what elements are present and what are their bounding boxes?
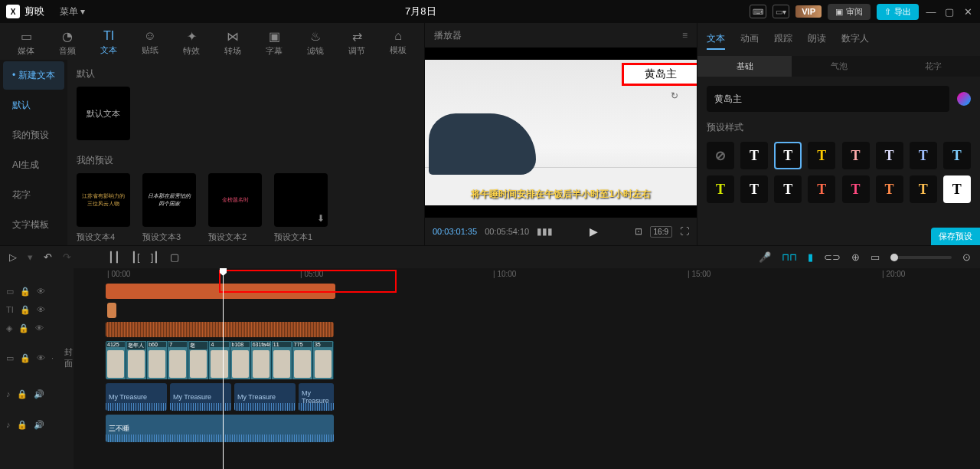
asset-tab-转场[interactable]: ⋈转场 bbox=[213, 26, 253, 60]
asset-tab-文本[interactable]: TI文本 bbox=[89, 26, 129, 60]
asset-tab-媒体[interactable]: ▭媒体 bbox=[6, 26, 46, 60]
vip-badge[interactable]: VIP bbox=[795, 5, 822, 18]
asset-tab-模板[interactable]: ⌂模板 bbox=[378, 26, 418, 60]
save-preset-button[interactable]: 保存预设 bbox=[931, 228, 980, 245]
inspector-tab-朗读[interactable]: 朗读 bbox=[808, 29, 826, 50]
asset-tab-贴纸[interactable]: ☺贴纸 bbox=[130, 26, 170, 60]
asset-tab-音频[interactable]: ◔音频 bbox=[47, 26, 87, 60]
crop-tool[interactable]: ▢ bbox=[170, 251, 179, 263]
preset-thumb[interactable]: ⬇ bbox=[274, 173, 328, 227]
preset-thumb[interactable]: 金榜题名时 bbox=[208, 173, 262, 227]
style-preset[interactable]: T bbox=[876, 142, 903, 169]
subtitle-clip[interactable] bbox=[106, 322, 334, 337]
sidebar-item[interactable]: 花字 bbox=[3, 181, 64, 209]
audio-clip-3[interactable]: My Treasure bbox=[234, 383, 296, 411]
aspect-ratio[interactable]: 16:9 bbox=[650, 226, 672, 238]
focus-icon[interactable]: ⊡ bbox=[635, 226, 642, 237]
audio-clip-2[interactable]: My Treasure bbox=[170, 383, 231, 411]
close-button[interactable]: ✕ bbox=[962, 6, 974, 18]
sub-tab-基础[interactable]: 基础 bbox=[697, 56, 792, 77]
default-text-card[interactable]: 默认文本 bbox=[77, 87, 130, 140]
sidebar-item[interactable]: 我的预设 bbox=[3, 121, 64, 149]
sub-tab-气泡[interactable]: 气泡 bbox=[792, 56, 886, 77]
inspector-tab-数字人[interactable]: 数字人 bbox=[841, 29, 869, 50]
redo-button[interactable]: ↷ bbox=[63, 251, 71, 263]
style-preset[interactable]: T bbox=[910, 142, 937, 169]
style-preset[interactable]: ⊘ bbox=[707, 142, 734, 169]
mic-icon[interactable]: 🎤 bbox=[759, 251, 771, 263]
style-preset[interactable]: T bbox=[808, 142, 835, 169]
align-icon[interactable]: ⊕ bbox=[851, 251, 860, 263]
track-head-text2[interactable]: TI🔒👁 bbox=[0, 300, 74, 319]
style-preset[interactable]: T bbox=[774, 175, 802, 203]
sub-tab-花字[interactable]: 花字 bbox=[886, 56, 980, 77]
timeline-ruler[interactable]: | 00:00| 05:00| 10:00| 15:00| 20:00 bbox=[74, 268, 980, 282]
sidebar-item[interactable]: 文字模板 bbox=[3, 211, 64, 239]
style-preset[interactable]: T bbox=[943, 175, 971, 203]
preview-cut-icon[interactable]: ⊂⊃ bbox=[824, 251, 841, 263]
style-preset[interactable]: T bbox=[910, 175, 937, 203]
trim-left-tool[interactable]: ┃[ bbox=[131, 251, 140, 263]
fullscreen-icon[interactable]: ⛶ bbox=[680, 226, 689, 237]
text-content-input[interactable] bbox=[707, 86, 949, 112]
track-head-text1[interactable]: ▭🔒👁 bbox=[0, 282, 74, 300]
select-tool[interactable]: ▷ bbox=[9, 251, 17, 263]
preset-thumb[interactable]: 江苏省有影响力的三位风云人物 bbox=[77, 173, 130, 227]
timeline-tracks[interactable]: | 00:00| 05:00| 10:00| 15:00| 20:00 4125… bbox=[74, 268, 980, 469]
sidebar-item[interactable]: • 新建文本 bbox=[3, 61, 64, 90]
audio-clip-bg[interactable]: 三不睡 bbox=[106, 415, 334, 442]
magnet-icon[interactable]: ⊓⊓ bbox=[782, 251, 797, 263]
asset-tab-特效[interactable]: ✦特效 bbox=[172, 26, 211, 60]
track-head-wave[interactable]: ◈🔒👁 bbox=[0, 319, 74, 337]
link-icon[interactable]: ▮ bbox=[808, 251, 813, 263]
preset-thumb[interactable]: 日本那在最害怕的四个国家 bbox=[142, 173, 196, 227]
text-overlay[interactable]: 黄岛主 bbox=[622, 63, 697, 86]
style-preset[interactable]: T bbox=[808, 175, 835, 203]
asset-tab-滤镜[interactable]: ♨滤镜 bbox=[296, 26, 335, 60]
inspector-tab-文本[interactable]: 文本 bbox=[707, 29, 725, 50]
screen-icon[interactable]: ▭ bbox=[871, 251, 880, 263]
menu-button[interactable]: 菜单 ▾ bbox=[54, 4, 91, 20]
track-head-video[interactable]: ▭🔒👁·封面 bbox=[0, 337, 74, 379]
playhead[interactable] bbox=[223, 268, 224, 469]
export-button[interactable]: ⇧导出 bbox=[877, 4, 919, 20]
split-tool[interactable]: ┃┃ bbox=[108, 251, 120, 263]
preview-menu-icon[interactable]: ≡ bbox=[682, 30, 688, 41]
sidebar-item[interactable]: 识别歌词 bbox=[3, 241, 64, 245]
inspector-tab-动画[interactable]: 动画 bbox=[740, 29, 759, 50]
style-preset[interactable]: T bbox=[842, 175, 870, 203]
style-preset[interactable]: T bbox=[842, 142, 870, 169]
audio-clip-1[interactable]: My Treasure bbox=[106, 383, 167, 411]
sidebar-item[interactable]: AI生成 bbox=[3, 151, 64, 179]
style-preset[interactable]: T bbox=[774, 142, 802, 169]
style-preset[interactable]: T bbox=[740, 142, 768, 169]
video-clip[interactable]: 4125老年人b607老4b108631fa481177535 bbox=[106, 341, 334, 379]
refresh-icon[interactable]: ↻ bbox=[671, 90, 678, 101]
text-clip-small[interactable] bbox=[107, 303, 116, 318]
fit-timeline-icon[interactable]: ⊙ bbox=[962, 251, 971, 263]
review-button[interactable]: ▣审阅 bbox=[828, 4, 871, 20]
trim-right-tool[interactable]: ]┃ bbox=[151, 251, 160, 263]
inspector-tab-跟踪[interactable]: 跟踪 bbox=[774, 29, 792, 50]
sidebar-item[interactable]: 默认 bbox=[3, 91, 64, 120]
preview-viewport[interactable]: 黄岛主 ↻ 将午睡时间安排在午饭后半小时至1小时左右 bbox=[425, 48, 697, 218]
audio-clip-4[interactable]: My Treasure bbox=[299, 383, 334, 411]
color-picker-icon[interactable] bbox=[957, 92, 971, 106]
tool-dropdown-icon[interactable]: ▾ bbox=[28, 251, 33, 263]
play-button[interactable]: ▶ bbox=[590, 225, 598, 238]
asset-tab-调节[interactable]: ⇄调节 bbox=[337, 26, 377, 60]
style-preset[interactable]: T bbox=[740, 175, 768, 203]
maximize-button[interactable]: ▢ bbox=[943, 6, 956, 18]
keyboard-icon[interactable]: ⌨ bbox=[750, 5, 766, 18]
volume-bars-icon[interactable]: ▮▮▮ bbox=[537, 226, 553, 237]
zoom-slider[interactable] bbox=[890, 256, 952, 259]
asset-tab-字幕[interactable]: ▣字幕 bbox=[254, 26, 294, 60]
track-head-audio1[interactable]: ♪🔒🔊 bbox=[0, 379, 74, 409]
style-preset[interactable]: T bbox=[943, 142, 971, 169]
layout-icon[interactable]: ▭▾ bbox=[773, 5, 789, 18]
style-preset[interactable]: T bbox=[707, 175, 734, 203]
undo-button[interactable]: ↶ bbox=[44, 251, 52, 263]
track-head-audio2[interactable]: ♪🔒🔊 bbox=[0, 409, 74, 440]
minimize-button[interactable]: — bbox=[925, 6, 937, 18]
style-preset[interactable]: T bbox=[876, 175, 903, 203]
